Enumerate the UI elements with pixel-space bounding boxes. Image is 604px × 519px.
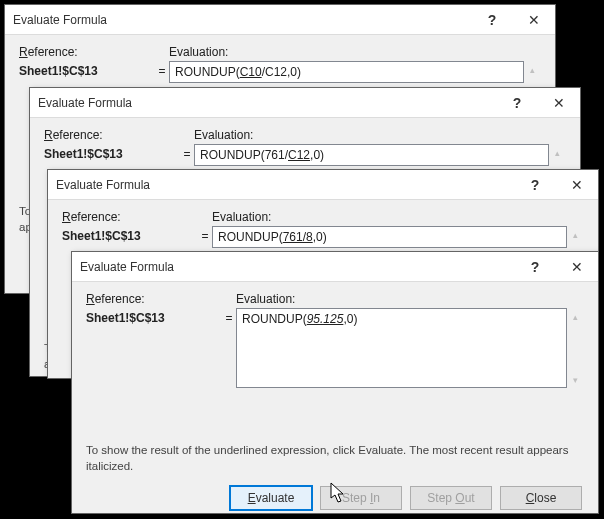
equals-sign: = xyxy=(155,61,169,78)
button-row: Evaluate Step In Step Out Close xyxy=(86,486,584,510)
dialog-title: Evaluate Formula xyxy=(5,13,471,27)
close-button[interactable]: Close xyxy=(500,486,582,510)
reference-label: Reference: xyxy=(62,210,212,224)
equals-sign: = xyxy=(180,144,194,161)
reference-label: Reference: xyxy=(44,128,194,142)
close-icon[interactable]: ✕ xyxy=(556,252,598,282)
reference-value: Sheet1!$C$13 xyxy=(86,308,222,325)
scrollbar[interactable]: ▴ xyxy=(567,226,584,248)
titlebar[interactable]: Evaluate Formula ? ✕ xyxy=(72,252,598,282)
equals-sign: = xyxy=(222,308,236,325)
reference-value: Sheet1!$C$13 xyxy=(62,226,198,243)
scrollbar[interactable]: ▴ ▾ xyxy=(567,308,584,388)
scroll-up-icon[interactable]: ▴ xyxy=(549,144,566,161)
hint-text: To show the result of the underlined exp… xyxy=(86,442,584,474)
titlebar[interactable]: Evaluate Formula ? ✕ xyxy=(30,88,580,118)
evaluation-label: Evaluation: xyxy=(169,45,541,59)
evaluation-label: Evaluation: xyxy=(212,210,584,224)
evaluate-button[interactable]: Evaluate xyxy=(230,486,312,510)
dialog-title: Evaluate Formula xyxy=(48,178,514,192)
titlebar[interactable]: Evaluate Formula ? ✕ xyxy=(48,170,598,200)
scrollbar[interactable]: ▴ xyxy=(524,61,541,83)
scroll-up-icon[interactable]: ▴ xyxy=(567,226,584,243)
help-icon[interactable]: ? xyxy=(496,88,538,118)
dialog-title: Evaluate Formula xyxy=(30,96,496,110)
reference-value: Sheet1!$C$13 xyxy=(19,61,155,78)
titlebar[interactable]: Evaluate Formula ? ✕ xyxy=(5,5,555,35)
help-icon[interactable]: ? xyxy=(514,170,556,200)
reference-label: Reference: xyxy=(19,45,169,59)
scroll-down-icon[interactable]: ▾ xyxy=(567,371,584,388)
evaluation-box[interactable]: ROUNDUP(761/C12,0) xyxy=(194,144,549,166)
scroll-up-icon[interactable]: ▴ xyxy=(524,61,541,78)
scroll-up-icon[interactable]: ▴ xyxy=(567,308,584,325)
evaluation-box[interactable]: ROUNDUP(761/8,0) xyxy=(212,226,567,248)
evaluation-box[interactable]: ROUNDUP(C10/C12,0) xyxy=(169,61,524,83)
evaluation-label: Evaluation: xyxy=(194,128,566,142)
reference-value: Sheet1!$C$13 xyxy=(44,144,180,161)
help-icon[interactable]: ? xyxy=(514,252,556,282)
close-icon[interactable]: ✕ xyxy=(513,5,555,35)
evaluate-formula-dialog-4: Evaluate Formula ? ✕ Reference: Evaluati… xyxy=(71,251,599,514)
close-icon[interactable]: ✕ xyxy=(556,170,598,200)
close-icon[interactable]: ✕ xyxy=(538,88,580,118)
step-out-button: Step Out xyxy=(410,486,492,510)
step-in-button: Step In xyxy=(320,486,402,510)
equals-sign: = xyxy=(198,226,212,243)
scrollbar[interactable]: ▴ xyxy=(549,144,566,166)
help-icon[interactable]: ? xyxy=(471,5,513,35)
evaluation-box[interactable]: ROUNDUP(95.125,0) xyxy=(236,308,567,388)
dialog-title: Evaluate Formula xyxy=(72,260,514,274)
evaluation-label: Evaluation: xyxy=(236,292,584,306)
reference-label: Reference: xyxy=(86,292,236,306)
